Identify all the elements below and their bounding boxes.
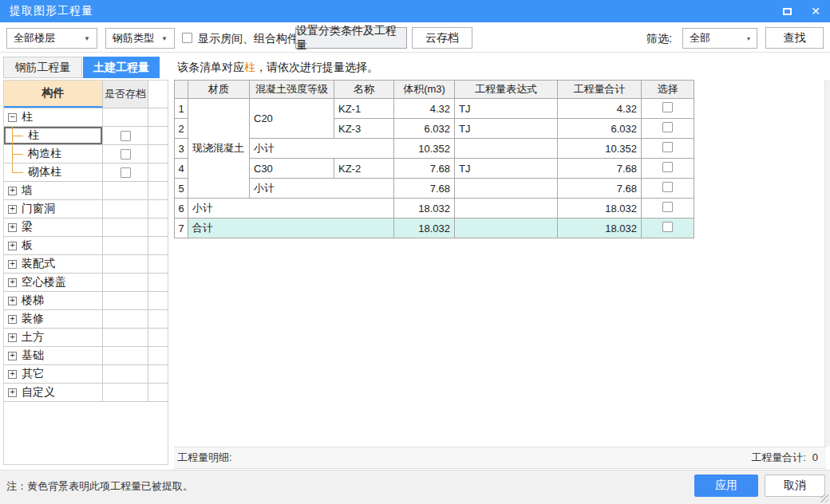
tree-item-label: 构造柱 (28, 147, 61, 161)
table-row: 4C30KZ-27.68TJ7.68 (175, 159, 694, 179)
table-header-材质: 材质 (188, 81, 250, 99)
floor-dropdown-value: 全部楼层 (14, 31, 55, 45)
tab-civil-quantities[interactable]: 土建工程量 (83, 57, 160, 78)
tree-item-label: 砌体柱 (28, 165, 61, 179)
tree-item-自定义[interactable]: +自定义 (4, 384, 103, 401)
table-cell: 7.68 (394, 159, 455, 179)
archive-cell (103, 255, 148, 273)
tab-rebar-quantities[interactable]: 钢筋工程量 (3, 57, 82, 78)
resize-grip-icon[interactable] (820, 494, 828, 502)
expand-icon[interactable]: + (8, 297, 17, 305)
table-header-名称: 名称 (334, 81, 394, 99)
vertical-scrollbar[interactable] (824, 80, 830, 447)
tree-item-柱[interactable]: −柱 (4, 108, 103, 126)
rebar-type-dropdown[interactable]: 钢筋类型 ▼ (105, 28, 175, 49)
select-checkbox[interactable] (662, 202, 673, 212)
table-header-工程量表达式: 工程量表达式 (455, 81, 558, 99)
select-checkbox[interactable] (662, 182, 673, 192)
tree-row: +空心楼盖 (4, 274, 168, 292)
archive-cell (103, 292, 148, 309)
expand-icon[interactable]: + (8, 205, 17, 214)
select-checkbox[interactable] (662, 222, 673, 232)
chevron-down-icon: ▼ (84, 35, 90, 42)
tree-item-楼梯[interactable]: +楼梯 (4, 292, 103, 309)
table-cell: C20 (250, 99, 334, 139)
dialog-title: 提取图形工程量 (10, 4, 93, 18)
table-cell: 10.352 (558, 139, 642, 159)
quantity-total-value: 0 (812, 451, 818, 463)
expand-icon[interactable]: + (8, 242, 17, 250)
row-number: 7 (175, 219, 188, 238)
footer: 注：黄色背景表明此项工程量已被提取。 应用 取消 (0, 470, 830, 504)
tree-row: 柱 (4, 127, 168, 145)
restore-button[interactable] (773, 0, 801, 22)
select-checkbox[interactable] (662, 102, 673, 112)
table-cell: C30 (250, 159, 334, 179)
quantity-detail-label: 工程量明细: (177, 451, 232, 465)
show-rooms-checkbox-label[interactable]: 显示房间、组合构件量 (198, 32, 310, 46)
select-checkbox[interactable] (662, 162, 673, 172)
table-row: 5小计7.687.68 (175, 179, 694, 199)
floor-dropdown[interactable]: 全部楼层 ▼ (6, 28, 97, 49)
expand-icon[interactable]: + (8, 352, 17, 360)
tree-item-构造柱[interactable]: 构造柱 (4, 145, 103, 163)
set-conditions-button[interactable]: 设置分类条件及工程量 (295, 27, 407, 49)
expand-icon[interactable]: + (8, 370, 17, 379)
table-cell: KZ-2 (334, 159, 394, 179)
table-header-工程量合计: 工程量合计 (558, 81, 642, 99)
filter-dropdown[interactable]: 全部 ▾ (682, 28, 757, 49)
tree-item-板[interactable]: +板 (4, 237, 103, 254)
archive-checkbox[interactable] (121, 149, 131, 159)
apply-button[interactable]: 应用 (694, 474, 758, 497)
select-checkbox[interactable] (662, 122, 673, 132)
cloud-archive-button[interactable]: 云存档 (412, 27, 472, 49)
expand-icon[interactable]: + (8, 278, 17, 287)
archive-cell (103, 365, 148, 383)
search-button[interactable]: 查找 (765, 27, 824, 49)
table-cell: 18.032 (394, 199, 455, 219)
select-checkbox[interactable] (662, 142, 673, 152)
tree-item-label: 楼梯 (22, 293, 44, 308)
collapse-icon[interactable]: − (8, 113, 17, 122)
tree-item-空心楼盖[interactable]: +空心楼盖 (4, 274, 103, 291)
select-cell (642, 219, 694, 238)
expand-icon[interactable]: + (8, 388, 17, 397)
expand-icon[interactable]: + (8, 223, 17, 232)
table-cell: 小计 (250, 179, 394, 199)
tree-header: 构件 是否存档 (4, 81, 168, 108)
tree-item-柱[interactable]: 柱 (4, 127, 103, 144)
table-cell: 小计 (188, 199, 394, 219)
tree-item-砌体柱[interactable]: 砌体柱 (4, 163, 103, 181)
tree-item-梁[interactable]: +梁 (4, 219, 103, 236)
close-button[interactable]: ✕ (801, 0, 830, 22)
expand-icon[interactable]: + (8, 333, 17, 342)
tree-item-墙[interactable]: +墙 (4, 182, 103, 199)
tree-item-label: 土方 (22, 330, 44, 345)
tree-item-基础[interactable]: +基础 (4, 347, 103, 364)
tree-item-label: 梁 (22, 220, 33, 234)
archive-cell (103, 310, 148, 328)
show-rooms-checkbox[interactable] (182, 33, 192, 43)
cancel-button[interactable]: 取消 (765, 474, 825, 497)
table-cell: 10.352 (394, 139, 455, 159)
expand-icon[interactable]: + (8, 187, 17, 195)
row-number: 3 (175, 139, 188, 159)
row-number: 6 (175, 199, 188, 219)
status-bar: 工程量明细: 工程量合计:0 (174, 447, 826, 469)
tree-row: +门窗洞 (4, 200, 168, 219)
archive-cell (103, 145, 148, 163)
tree-item-土方[interactable]: +土方 (4, 329, 103, 346)
tree-connector-line (12, 172, 23, 173)
tree-row: +装修 (4, 310, 168, 329)
tree-item-装配式[interactable]: +装配式 (4, 255, 103, 273)
expand-icon[interactable]: + (8, 260, 17, 269)
tree-item-其它[interactable]: +其它 (4, 365, 103, 383)
archive-checkbox[interactable] (121, 131, 131, 141)
tree-item-门窗洞[interactable]: +门窗洞 (4, 200, 103, 218)
tree-item-label: 门窗洞 (22, 202, 55, 216)
tree-item-装修[interactable]: +装修 (4, 310, 103, 328)
table-cell: 6.032 (394, 119, 455, 139)
table-header-选择: 选择 (642, 81, 694, 99)
archive-checkbox[interactable] (121, 167, 131, 178)
expand-icon[interactable]: + (8, 315, 17, 324)
